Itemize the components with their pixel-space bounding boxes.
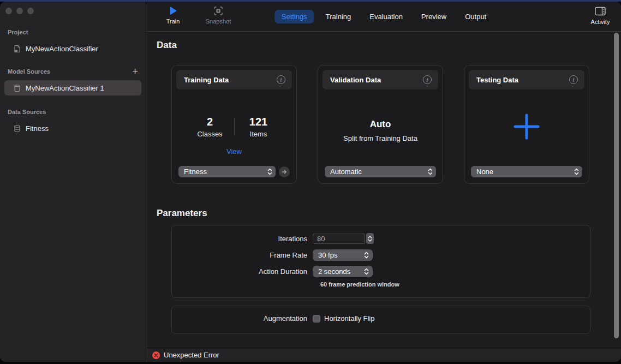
activity-button[interactable]: Activity [585, 7, 616, 25]
validation-data-select-value: Automatic [330, 168, 427, 176]
status-bar: Unexpected Error [147, 348, 621, 362]
action-duration-value: 2 seconds [318, 267, 363, 276]
horizontally-flip-checkbox[interactable] [313, 315, 320, 323]
validation-data-card: Validation Data i Auto Split from Traini… [318, 65, 443, 184]
snapshot-label: Snapshot [206, 18, 231, 25]
iterations-label: Iterations [172, 235, 313, 243]
stepper-up-icon [368, 236, 372, 238]
data-section-heading: Data [157, 40, 177, 51]
testing-data-card: Testing Data i None [464, 65, 589, 184]
project-section-label: Project [0, 29, 146, 35]
train-button[interactable]: Train [154, 5, 192, 25]
tab-settings[interactable]: Settings [274, 10, 314, 23]
chevron-up-down-icon [427, 168, 433, 176]
window-controls [5, 8, 34, 14]
activity-icon [595, 7, 606, 16]
sidebar-item-label: MyNewActionClassifier 1 [26, 84, 104, 92]
model-sources-section-label: Model Sources + [0, 68, 146, 75]
mode-tabs: Settings Training Evaluation Preview Out… [274, 10, 493, 23]
iterations-input[interactable]: 80 [313, 234, 365, 244]
sidebar-item-fitness[interactable]: Fitness [4, 121, 141, 136]
arrow-right-icon [281, 169, 288, 175]
validation-auto-block: Auto Split from Training Data [318, 119, 443, 142]
info-icon[interactable]: i [277, 75, 285, 84]
chevron-up-down-icon [574, 168, 580, 176]
validation-auto-title: Auto [318, 119, 443, 130]
zoom-window-button[interactable] [27, 8, 34, 14]
training-data-select-value: Fitness [184, 168, 267, 176]
open-source-button[interactable] [279, 166, 290, 177]
items-stat: 121 Items [235, 116, 283, 138]
classes-stat: 2 Classes [186, 116, 234, 138]
training-data-card: Training Data i 2 Classes 121 Items View [171, 65, 297, 184]
view-link[interactable]: View [172, 147, 296, 156]
items-caption: Items [235, 130, 283, 138]
sidebar: Project MyNewActionClassifier Model Sour… [0, 2, 146, 362]
chevron-up-down-icon [363, 251, 369, 259]
sidebar-item-label: MyNewActionClassifier [26, 45, 98, 53]
classes-count: 2 [186, 116, 234, 128]
testing-data-card-header: Testing Data i [469, 70, 584, 89]
action-duration-label: Action Duration [172, 267, 313, 276]
snapshot-icon [213, 5, 224, 16]
settings-content: Data Training Data i 2 Classes 121 Items [147, 32, 621, 348]
parameters-panel: Iterations 80 Frame Rate 30 fps [171, 225, 590, 298]
info-icon[interactable]: i [569, 75, 578, 84]
close-window-button[interactable] [5, 8, 12, 14]
main-area: Train Snapshot Settings Training Evaluat… [147, 2, 621, 362]
card-title: Testing Data [476, 76, 569, 84]
chevron-up-down-icon [267, 168, 273, 176]
validation-data-card-header: Validation Data i [323, 70, 438, 89]
sidebar-item-project[interactable]: MyNewActionClassifier [4, 41, 141, 56]
frame-rate-label: Frame Rate [172, 251, 313, 259]
items-count: 121 [235, 116, 283, 128]
frame-rate-value: 30 fps [318, 251, 363, 259]
tab-training[interactable]: Training [319, 10, 358, 23]
data-sources-section-label: Data Sources [0, 109, 146, 115]
chevron-up-down-icon [363, 267, 369, 276]
database-icon [13, 124, 21, 133]
frame-rate-select[interactable]: 30 fps [313, 249, 373, 261]
horizontally-flip-label: Horizontally Flip [324, 314, 374, 323]
training-data-select[interactable]: Fitness [178, 166, 276, 177]
play-icon [168, 5, 178, 16]
sidebar-item-model-source[interactable]: MyNewActionClassifier 1 [4, 80, 141, 96]
augmentation-panel: Augmentation Horizontally Flip [171, 306, 590, 334]
parameters-section-heading: Parameters [157, 208, 207, 219]
create-ml-window: Project MyNewActionClassifier Model Sour… [0, 2, 621, 362]
toolbar: Train Snapshot Settings Training Evaluat… [147, 2, 621, 32]
snapshot-button[interactable]: Snapshot [199, 5, 237, 25]
ml-document-icon [13, 45, 21, 53]
classes-caption: Classes [186, 130, 234, 138]
iterations-stepper[interactable] [366, 233, 374, 244]
tab-output[interactable]: Output [458, 10, 493, 23]
minimize-window-button[interactable] [16, 8, 23, 14]
training-data-stats: 2 Classes 121 Items [172, 116, 296, 138]
info-icon[interactable]: i [423, 75, 432, 84]
testing-data-select-value: None [476, 168, 574, 176]
sidebar-item-label: Fitness [26, 124, 49, 133]
plus-icon [512, 112, 541, 141]
tab-preview[interactable]: Preview [414, 10, 453, 23]
activity-label: Activity [591, 19, 610, 25]
tab-evaluation[interactable]: Evaluation [362, 10, 410, 23]
add-testing-data-button[interactable] [512, 112, 541, 141]
train-label: Train [166, 18, 180, 25]
validation-auto-subtitle: Split from Training Data [318, 134, 443, 142]
status-message: Unexpected Error [164, 351, 219, 359]
action-duration-select[interactable]: 2 seconds [313, 266, 373, 277]
model-icon [13, 84, 21, 92]
validation-data-select[interactable]: Automatic [325, 166, 436, 177]
testing-data-select[interactable]: None [471, 166, 582, 177]
stepper-down-icon [368, 239, 372, 242]
augmentation-label: Augmentation [172, 314, 313, 323]
card-title: Validation Data [330, 76, 423, 84]
vertical-scrollbar[interactable] [614, 33, 619, 338]
add-model-source-button[interactable]: + [132, 66, 138, 77]
training-data-card-header: Training Data i [176, 70, 292, 89]
prediction-window-note: 60 frame prediction window [320, 281, 399, 288]
error-icon [152, 351, 160, 359]
card-title: Training Data [184, 76, 277, 84]
